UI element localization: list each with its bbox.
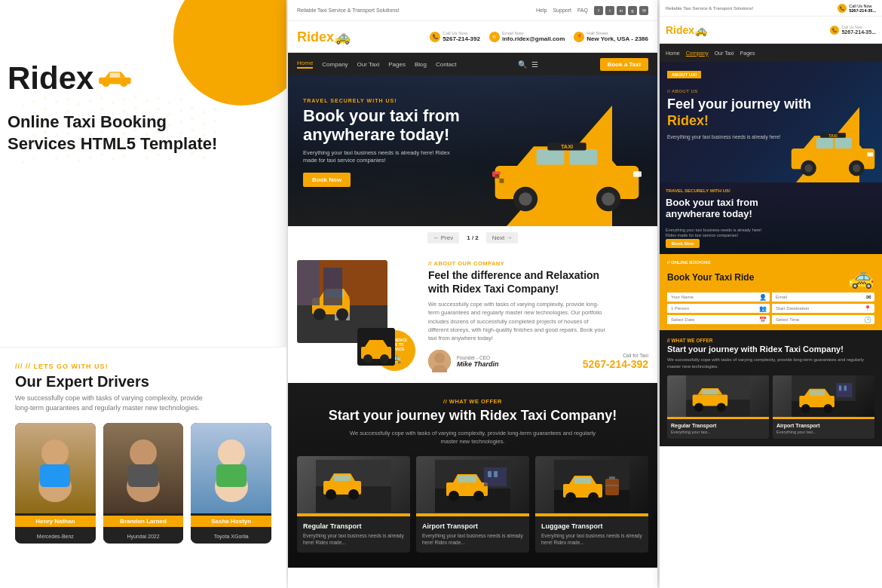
right-nav-home[interactable]: Home [666, 51, 680, 56]
site-header: Ridex🚕 📞 Call Us Now 5267-214-392 ✉ Emai… [288, 21, 657, 53]
about-title: Feel the difference and Relaxation with … [428, 269, 609, 296]
nav-home[interactable]: Home [297, 60, 313, 69]
svg-rect-104 [40, 464, 70, 487]
right-logo-car: 🚕 [694, 24, 707, 36]
svg-point-93 [145, 156, 149, 159]
nav-blog[interactable]: Blog [415, 61, 427, 68]
menu-nav-icon[interactable]: ☰ [531, 60, 538, 69]
service-img-3 [535, 456, 648, 516]
svg-rect-180 [702, 390, 718, 395]
right-service-title-1: Regular Transport [671, 423, 765, 428]
email-field-wrap: ✉ [772, 292, 874, 302]
date-input[interactable] [667, 315, 756, 324]
right-panel: Reliable Taxi Service & Transport Soluti… [660, 0, 882, 588]
drivers-title: Our Expert Drivers [15, 373, 271, 390]
phone-info: Call Us Now 5267-214-392 [443, 31, 480, 42]
slide-indicator: 1 / 2 [467, 234, 479, 241]
name-icon: 👤 [756, 294, 770, 301]
service-taxi-1 [316, 460, 391, 513]
twitter-icon[interactable]: t [605, 6, 614, 15]
right-nav-company[interactable]: Company [686, 51, 709, 56]
svg-rect-166 [605, 485, 619, 486]
right-about-car: TAXI [784, 115, 882, 182]
svg-point-181 [694, 403, 703, 412]
about-label: // ABOUT OUR COMPANY [428, 260, 648, 267]
nav-pages[interactable]: Pages [388, 61, 406, 68]
right-about-title-text: Feel your journey with [667, 96, 811, 112]
address-value: New York, USA - 2386 [586, 35, 648, 42]
services-section: // WHAT WE OFFER Start your journey with… [288, 383, 657, 567]
svg-point-87 [66, 155, 69, 158]
name-input[interactable] [667, 292, 756, 302]
nav-taxi[interactable]: Our Taxi [357, 61, 380, 68]
left-panel: Ridex Online Taxi Booking Services HTML5… [0, 0, 286, 588]
search-nav-icon[interactable]: 🔍 [518, 60, 527, 69]
svg-point-153 [449, 491, 459, 501]
facebook-icon[interactable]: f [594, 6, 603, 15]
driver-avatar-3 [209, 434, 254, 502]
svg-point-138 [363, 354, 372, 363]
right-service-desc-1: Everything your taxi... [671, 430, 765, 435]
logo-text-part: Ridex [8, 60, 93, 96]
time-input[interactable] [772, 315, 861, 324]
next-slide-button[interactable]: Next → [486, 232, 519, 243]
prev-slide-button[interactable]: ← Prev [427, 232, 460, 243]
services-title: Start your journey with Ridex Taxi Compa… [297, 408, 648, 424]
time-icon: 🕐 [861, 317, 874, 323]
service-bar-1 [297, 513, 410, 516]
service-img-2 [416, 456, 529, 516]
right-booking-section: // ONLINE BOOKING Book Your Taxi Ride 🚕 … [660, 254, 882, 330]
drivers-label: // LETS GO WITH US! [15, 363, 271, 370]
people-input[interactable] [667, 304, 756, 313]
svg-rect-134 [297, 260, 320, 305]
svg-rect-146 [334, 475, 351, 481]
right-nav-taxi[interactable]: Our Taxi [715, 51, 734, 56]
svg-point-188 [824, 404, 833, 413]
svg-rect-161 [574, 477, 591, 484]
driver-avatar-2 [121, 434, 166, 502]
right-topbar-contact: 📞 Call Us Now 5267-214-35... [838, 4, 876, 13]
driver-card-1: Henry Nathan Mercedes-Benz [15, 423, 96, 544]
svg-point-173 [853, 164, 860, 172]
svg-point-84 [21, 161, 24, 164]
googleplus-icon[interactable]: g [628, 6, 637, 15]
nav-company[interactable]: Company [322, 61, 348, 68]
right-booking-car-icon: 🚕 [848, 265, 874, 289]
nav-contact[interactable]: Contact [436, 61, 457, 68]
svg-rect-190 [839, 386, 841, 391]
svg-point-171 [804, 164, 812, 172]
svg-rect-124 [495, 179, 500, 183]
service-title-3: Luggage Transport [541, 522, 642, 530]
svg-point-187 [801, 404, 810, 413]
right-booking-header: Book Your Taxi Ride 🚕 [667, 265, 874, 289]
right-nav-pages[interactable]: Pages [740, 51, 755, 56]
book-taxi-button[interactable]: Book a Taxi [600, 58, 648, 71]
linkedin-icon[interactable]: in [617, 6, 626, 15]
right-book-btn[interactable]: Book Now [666, 239, 700, 248]
email-icon[interactable]: ✉ [639, 6, 648, 15]
svg-point-86 [55, 157, 58, 160]
destination-input[interactable] [772, 304, 861, 313]
destination-field-wrap: 📍 [772, 304, 874, 313]
service-taxi-3 [554, 460, 629, 513]
email-contact-icon: ✉ [489, 32, 500, 42]
driver-card-3: Sasha Hostyn Toyota XGorila [191, 423, 271, 544]
service-img-1 [297, 456, 410, 516]
driver-card-2: Brandon Larned Hyundai 2022 [103, 423, 184, 544]
address-icon: 📍 [574, 32, 584, 42]
hero-car: TAXI [484, 113, 650, 219]
email-input[interactable] [772, 292, 863, 302]
service-body-2: Airport Transport Everything your taxi b… [416, 516, 529, 552]
about-overlay-image [357, 328, 395, 366]
topbar-support[interactable]: Support [553, 8, 571, 13]
driver-name-3: Sasha Hostyn [191, 516, 271, 527]
book-now-hero-button[interactable]: Book Now [303, 173, 351, 187]
founder-name: Mike Thardin [457, 360, 499, 368]
service-body-3: Luggage Transport Everything your taxi b… [535, 516, 648, 552]
right-service-body-2: Airport Transport Everything your taxi..… [773, 419, 874, 439]
hero-content: Travel Securely With Us! Book your taxi … [303, 98, 469, 187]
topbar-help[interactable]: Help [536, 8, 547, 13]
topbar-faq[interactable]: FAQ [577, 8, 588, 13]
right-book-label: Travel Securely With Us! [666, 188, 730, 193]
date-field-wrap: 📅 [667, 315, 770, 324]
